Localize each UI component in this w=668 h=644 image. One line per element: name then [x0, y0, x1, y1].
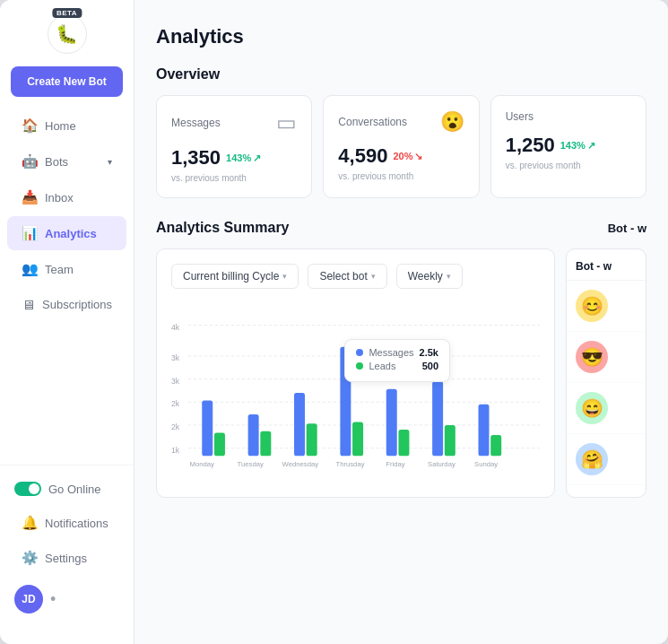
overview-cards: Messages ▭ 1,350 143% ↗ vs. previous mon…	[156, 95, 646, 198]
bell-icon: 🔔	[22, 515, 38, 531]
tooltip-messages-label: Messages	[369, 347, 413, 358]
card-value: 4,590 20% ↘	[338, 144, 464, 168]
billing-cycle-filter[interactable]: Current billing Cycle ▾	[171, 264, 299, 289]
subscriptions-icon: 🖥	[22, 297, 35, 312]
svg-rect-20	[386, 389, 397, 456]
sidebar-item-notifications[interactable]: 🔔 Notifications	[7, 506, 126, 540]
sidebar-item-inbox[interactable]: 📥 Inbox	[7, 180, 126, 214]
bar-chart: 4k 3k 3k 2k 2k 1k	[171, 303, 540, 483]
svg-rect-14	[248, 414, 259, 456]
svg-text:2k: 2k	[171, 399, 180, 408]
settings-icon: ⚙️	[22, 550, 38, 566]
svg-text:Monday: Monday	[190, 460, 215, 468]
chevron-down-icon: ▾	[282, 272, 287, 281]
tooltip-leads-label: Leads	[369, 361, 395, 371]
user-profile-row[interactable]: JD •	[0, 576, 134, 622]
svg-rect-21	[398, 430, 409, 456]
chevron-down-icon: ▾	[447, 272, 451, 281]
card-label: Users	[506, 110, 534, 123]
bot-avatar-1: 😊	[576, 290, 608, 322]
svg-rect-22	[432, 381, 443, 456]
bot-panel-title: Bot - w	[608, 222, 646, 235]
page-title: Analytics	[156, 25, 646, 48]
svg-rect-15	[260, 431, 271, 456]
sidebar-item-analytics[interactable]: 📊 Analytics	[7, 216, 126, 250]
svg-text:1k: 1k	[171, 446, 180, 455]
svg-rect-12	[202, 401, 213, 457]
team-icon: 👥	[22, 261, 38, 277]
inbox-icon: 📥	[22, 189, 38, 205]
bots-icon: 🤖	[22, 153, 38, 170]
sidebar-item-label: Inbox	[45, 191, 74, 205]
card-value: 1,350 143% ↗	[171, 146, 297, 170]
svg-text:Saturday: Saturday	[428, 460, 455, 468]
sidebar-bottom: Go Online 🔔 Notifications ⚙️ Settings JD…	[0, 465, 134, 630]
svg-text:Tuesday: Tuesday	[238, 460, 264, 468]
svg-rect-25	[490, 435, 501, 456]
chevron-down-icon: ▾	[371, 272, 376, 281]
card-label: Messages	[171, 117, 221, 129]
svg-text:2k: 2k	[171, 422, 180, 431]
sidebar-item-settings[interactable]: ⚙️ Settings	[7, 541, 126, 575]
svg-rect-23	[445, 425, 455, 456]
sidebar-item-bots[interactable]: 🤖 Bots ▾	[7, 144, 126, 178]
weekly-filter[interactable]: Weekly ▾	[396, 264, 463, 289]
svg-text:Thrusday: Thrusday	[335, 460, 364, 468]
card-header: Users	[506, 110, 631, 123]
card-number: 1,350	[171, 146, 221, 170]
card-sub: vs. previous month	[338, 171, 464, 181]
card-label: Conversations	[338, 116, 407, 128]
sidebar-logo: BETA 🐛	[0, 14, 134, 54]
sidebar-item-label: Subscriptions	[42, 298, 112, 311]
card-sub: vs. previous month	[171, 173, 297, 183]
bot-avatar-item-2[interactable]: 😎	[567, 332, 646, 383]
app-container: BETA 🐛 Create New Bot 🏠 Home 🤖 Bots ▾ 📥 …	[0, 0, 668, 644]
select-bot-filter[interactable]: Select bot ▾	[308, 264, 386, 289]
sidebar-item-label: Notifications	[45, 517, 108, 530]
card-header: Conversations 😮	[338, 110, 464, 134]
beta-badge: BETA	[52, 8, 82, 18]
sidebar-item-subscriptions[interactable]: 🖥 Subscriptions	[7, 288, 126, 321]
filter-row: Current billing Cycle ▾ Select bot ▾ Wee…	[171, 264, 540, 289]
bot-panel-header: Bot - w	[567, 249, 646, 281]
card-sub: vs. previous month	[506, 161, 631, 170]
logo-icon: 🐛	[56, 23, 78, 45]
card-badge: 143% ↗	[560, 140, 595, 152]
card-number: 1,250	[506, 134, 555, 157]
bot-avatar-item-1[interactable]: 😊	[567, 281, 646, 332]
go-online-toggle[interactable]: Go Online	[0, 473, 134, 505]
sidebar-item-home[interactable]: 🏠 Home	[7, 109, 126, 143]
bot-avatar-4: 🤗	[576, 443, 608, 475]
bot-panel-title-label: Bot - w	[576, 260, 612, 273]
conversations-card: Conversations 😮 4,590 20% ↘ vs. previous…	[323, 95, 479, 198]
tooltip-messages-value: 2.5k	[420, 347, 438, 358]
sidebar-item-label: Analytics	[45, 227, 97, 240]
analytics-summary-title: Analytics Summary	[156, 220, 290, 236]
analytics-bottom-row: Current billing Cycle ▾ Select bot ▾ Wee…	[156, 248, 646, 498]
create-new-bot-button[interactable]: Create New Bot	[11, 66, 123, 97]
users-card: Users 1,250 143% ↗ vs. previous month	[490, 95, 646, 198]
overview-section-title: Overview	[156, 66, 646, 83]
svg-rect-16	[294, 393, 305, 456]
messages-card: Messages ▭ 1,350 143% ↗ vs. previous mon…	[156, 95, 312, 198]
sidebar-item-label: Home	[45, 119, 76, 133]
svg-text:Friday: Friday	[386, 460, 405, 468]
sidebar-item-team[interactable]: 👥 Team	[7, 252, 126, 286]
logo-circle: BETA 🐛	[48, 14, 87, 54]
toggle-switch[interactable]	[14, 482, 41, 496]
sidebar-item-label: Settings	[45, 552, 87, 565]
sidebar-item-label: Team	[45, 263, 74, 276]
chart-tooltip: Messages 2.5k Leads 500	[344, 339, 450, 382]
card-emoji-icon: 😮	[440, 110, 464, 134]
bot-avatar-item-4[interactable]: 🤗	[567, 434, 646, 485]
chevron-icon: ▾	[108, 157, 112, 167]
tooltip-messages-row: Messages 2.5k	[356, 347, 438, 358]
bot-avatar-item-3[interactable]: 😄	[567, 383, 646, 434]
go-online-label: Go Online	[48, 483, 101, 496]
home-icon: 🏠	[22, 117, 38, 134]
sidebar: BETA 🐛 Create New Bot 🏠 Home 🤖 Bots ▾ 📥 …	[0, 0, 134, 644]
sidebar-nav: 🏠 Home 🤖 Bots ▾ 📥 Inbox 📊 Analytics 👥 Te…	[0, 108, 134, 465]
svg-text:3k: 3k	[171, 377, 180, 386]
card-badge: 143% ↗	[226, 152, 261, 164]
card-badge: 20% ↘	[393, 151, 422, 162]
